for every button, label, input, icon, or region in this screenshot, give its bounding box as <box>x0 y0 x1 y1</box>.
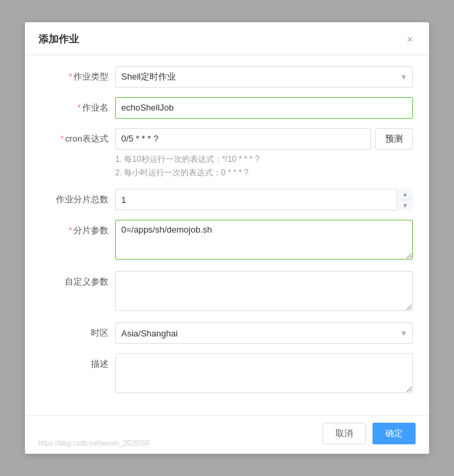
shard-params-control: 0=/apps/sh/demojob.sh <box>115 220 413 262</box>
shards-decrement-button[interactable]: ▼ <box>397 200 413 211</box>
description-row: 描述 <box>41 353 413 395</box>
shards-row: 作业分片总数 ▲ ▼ <box>41 189 413 210</box>
description-textarea[interactable] <box>115 353 413 393</box>
job-name-row: *作业名 <box>41 97 413 119</box>
shards-number-wrap: ▲ ▼ <box>115 189 413 210</box>
job-name-control <box>115 97 413 119</box>
shard-params-textarea[interactable]: 0=/apps/sh/demojob.sh <box>115 220 413 260</box>
cron-hint-1: 1. 每10秒运行一次的表达式：*/10 * * * ? <box>115 152 413 166</box>
job-type-required: * <box>69 71 72 82</box>
cancel-button[interactable]: 取消 <box>323 423 366 444</box>
shards-label: 作业分片总数 <box>41 189 115 206</box>
cron-hints: 1. 每10秒运行一次的表达式：*/10 * * * ? 2. 每小时运行一次的… <box>115 152 413 180</box>
cron-input-wrap: 预测 <box>115 128 413 150</box>
modal-title: 添加作业 <box>38 33 79 46</box>
shards-spinners: ▲ ▼ <box>397 189 413 210</box>
shard-params-label: *分片参数 <box>41 220 115 237</box>
predict-button[interactable]: 预测 <box>375 128 413 150</box>
cron-row: *cron表达式 预测 1. 每10秒运行一次的表达式：*/10 * * * ?… <box>41 128 413 180</box>
cron-required: * <box>61 133 64 144</box>
shards-input[interactable] <box>115 189 413 210</box>
description-label: 描述 <box>41 353 115 370</box>
confirm-button[interactable]: 确定 <box>372 423 416 444</box>
shard-params-required: * <box>69 225 72 235</box>
job-type-select-wrap: Shell定时作业 Java定时作业 Script定时作业 ▼ <box>115 66 413 88</box>
job-name-input[interactable] <box>115 97 413 119</box>
custom-params-control <box>115 271 413 313</box>
cron-hint-2: 2. 每小时运行一次的表达式：0 * * * ? <box>115 166 413 179</box>
custom-params-label: 自定义参数 <box>41 271 115 288</box>
job-type-label: *作业类型 <box>41 66 115 83</box>
shards-increment-button[interactable]: ▲ <box>397 189 413 200</box>
timezone-control: Asia/Shanghai UTC America/New_York ▼ <box>115 322 413 344</box>
job-type-control: Shell定时作业 Java定时作业 Script定时作业 ▼ <box>115 66 413 88</box>
cron-input[interactable] <box>115 128 371 150</box>
watermark: https://blog.csdn.net/weixin_2528260 <box>38 440 150 447</box>
job-type-row: *作业类型 Shell定时作业 Java定时作业 Script定时作业 ▼ <box>41 66 413 88</box>
cron-label: *cron表达式 <box>41 128 115 145</box>
timezone-label: 时区 <box>41 322 115 339</box>
close-button[interactable]: × <box>404 33 416 47</box>
custom-params-row: 自定义参数 <box>41 271 413 313</box>
job-type-select[interactable]: Shell定时作业 Java定时作业 Script定时作业 <box>115 66 413 88</box>
job-name-required: * <box>77 102 81 113</box>
modal-footer: 取消 确定 <box>25 415 429 454</box>
cron-control: 预测 1. 每10秒运行一次的表达式：*/10 * * * ? 2. 每小时运行… <box>115 128 413 180</box>
job-name-label: *作业名 <box>41 97 115 114</box>
description-control <box>115 353 413 395</box>
timezone-select-wrap: Asia/Shanghai UTC America/New_York ▼ <box>115 322 413 344</box>
timezone-select[interactable]: Asia/Shanghai UTC America/New_York <box>115 322 413 344</box>
shards-control: ▲ ▼ <box>115 189 413 210</box>
custom-params-textarea[interactable] <box>115 271 413 311</box>
timezone-row: 时区 Asia/Shanghai UTC America/New_York ▼ <box>41 322 413 344</box>
shard-params-row: *分片参数 0=/apps/sh/demojob.sh <box>41 220 413 262</box>
